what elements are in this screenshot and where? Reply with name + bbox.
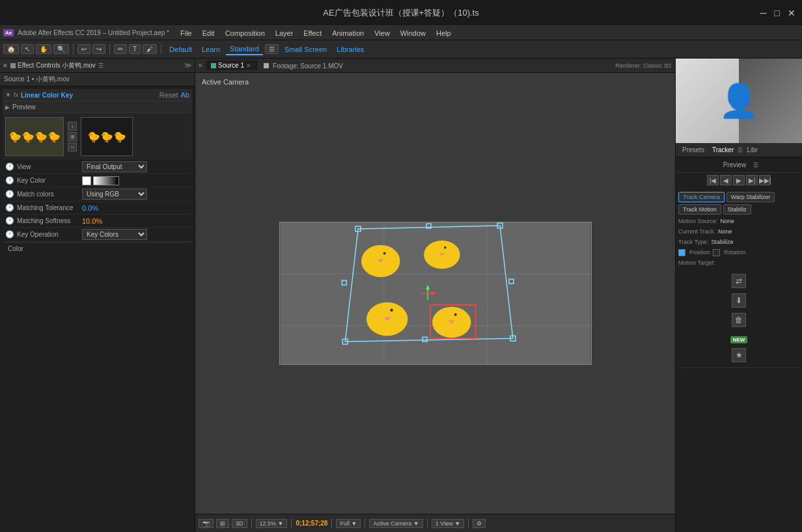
person-icon: 👤 — [719, 82, 759, 120]
close-btn[interactable]: ✕ — [788, 8, 795, 18]
menu-file[interactable]: File — [176, 28, 197, 38]
tolerance-value[interactable]: 0.0% — [82, 204, 98, 212]
home-btn[interactable]: 🏠 — [3, 44, 19, 54]
duck-2 — [424, 241, 460, 269]
tracker-checkboxes: Position Rotation — [678, 248, 799, 257]
menu-animation[interactable]: Animation — [327, 28, 368, 38]
tab-preview[interactable]: Preview — [719, 160, 751, 170]
redo-btn[interactable]: ↪ — [92, 44, 105, 54]
stopwatch-view[interactable]: 🕐 — [5, 163, 14, 171]
position-check[interactable] — [678, 249, 685, 256]
preview-ctrl-3[interactable]: ↔ — [68, 142, 77, 152]
viewer-options[interactable]: ⚙ — [473, 519, 486, 528]
toolbar: 🏠 ↖ ✋ 🔍 ↩ ↪ ✏ T 🖌 Default Learn Standard… — [0, 40, 802, 59]
viewer-ctrl-3d[interactable]: 3D — [232, 519, 247, 528]
keyop-dropdown[interactable]: Key Colors — [82, 229, 147, 240]
viewer-timecode[interactable]: 0;12;57;28 — [296, 520, 327, 527]
view-dropdown[interactable]: Final Output — [82, 161, 147, 172]
fx-enable[interactable]: fx — [14, 92, 18, 98]
motion-target-row: Motion Target: — [678, 258, 799, 267]
color-gradient[interactable] — [93, 176, 119, 185]
viewer-ctrl-snapshot[interactable]: 📷 — [199, 519, 214, 528]
fx-row-tolerance: 🕐 Matching Tolerance 0.0% — [3, 202, 192, 215]
stabilize-btn[interactable]: Stabiliz — [723, 204, 751, 215]
brush-tool[interactable]: 🖌 — [143, 44, 157, 54]
panel-expand[interactable]: ≫ — [184, 61, 192, 70]
viewer-camera[interactable]: Active Camera ▼ — [369, 519, 422, 528]
preview-tracker-tabs: Presets Tracker ☰ Libr — [676, 143, 802, 157]
skip-to-start[interactable]: |◀ — [707, 175, 719, 185]
play-btn[interactable]: ▶ — [733, 175, 745, 185]
workspace-standard[interactable]: Standard — [226, 44, 263, 55]
preview-triangle[interactable]: ▶ — [5, 104, 10, 111]
duck-4 — [432, 307, 471, 338]
fx-reset-btn[interactable]: Reset — [159, 91, 178, 99]
viewer-zoom[interactable]: 12.5% ▼ — [256, 519, 288, 528]
next-frame[interactable]: ▶| — [746, 175, 758, 185]
workspace-default[interactable]: Default — [165, 44, 196, 55]
stopwatch-tolerance[interactable]: 🕐 — [5, 204, 14, 212]
panel-options[interactable]: ☰ — [98, 62, 104, 69]
preview-ctrl-2[interactable]: ⊞ — [68, 132, 77, 141]
stopwatch-match[interactable]: 🕐 — [5, 190, 14, 198]
skip-to-end[interactable]: ▶▶| — [759, 175, 771, 185]
menu-layer[interactable]: Layer — [271, 28, 298, 38]
select-tool[interactable]: ↖ — [21, 44, 34, 54]
viewer-quality[interactable]: Full ▼ — [336, 519, 361, 528]
fx-about-btn[interactable]: Ab — [181, 91, 189, 99]
composition-viewer: Active Camera — [195, 73, 675, 514]
track-camera-btn[interactable]: Track Camera — [678, 192, 725, 202]
hand-tool[interactable]: ✋ — [36, 44, 51, 54]
tab-source1-close[interactable]: ✕ — [246, 62, 251, 69]
tab-presets[interactable]: Presets — [678, 145, 708, 155]
undo-btn[interactable]: ↩ — [77, 44, 90, 54]
preview-ctrl-1[interactable]: ↕ — [68, 122, 77, 131]
match-colors-dropdown[interactable]: Using RGB — [82, 189, 147, 200]
titlebar-controls[interactable]: ─ □ ✕ — [760, 8, 795, 18]
stopwatch-softness[interactable]: 🕐 — [5, 217, 14, 225]
workspace-small-screen[interactable]: Small Screen — [281, 44, 331, 55]
viewer-views[interactable]: 1 View ▼ — [432, 519, 464, 528]
share-icon[interactable]: ⇄ — [732, 274, 746, 288]
workspace-libraries[interactable]: Libraries — [333, 44, 368, 55]
tracker-menu-icon[interactable]: ☰ — [738, 147, 743, 153]
comp-panel-close[interactable]: ✕ — [198, 62, 203, 69]
pen-tool[interactable]: ✏ — [114, 44, 127, 54]
warp-stabilizer-btn[interactable]: Warp Stabilizer — [726, 192, 775, 202]
menu-composition[interactable]: Composition — [221, 28, 270, 38]
panel-close-btn[interactable]: ✕ — [3, 62, 8, 69]
fx-triangle[interactable]: ▼ — [5, 92, 11, 98]
svg-point-19 — [454, 313, 456, 316]
download-icon[interactable]: ⬇ — [732, 293, 746, 308]
renderer-label: Renderer: Classic 3D — [615, 62, 675, 69]
preview-menu[interactable]: ☰ — [753, 162, 758, 168]
rotation-check[interactable] — [713, 249, 720, 256]
workspace-learn[interactable]: Learn — [198, 44, 224, 55]
text-tool[interactable]: T — [129, 44, 141, 54]
viewer-canvas[interactable] — [279, 222, 592, 365]
menu-view[interactable]: View — [370, 28, 394, 38]
track-motion-btn[interactable]: Track Motion — [678, 204, 721, 215]
menu-edit[interactable]: Edit — [198, 28, 219, 38]
zoom-tool[interactable]: 🔍 — [53, 44, 69, 54]
stopwatch-keycolor[interactable]: 🕐 — [5, 176, 14, 185]
effect-controls-tab[interactable]: Effect Controls 小黄鸭.mov — [18, 61, 96, 70]
tab-tracker[interactable]: Tracker — [708, 145, 738, 155]
menu-help[interactable]: Help — [432, 28, 456, 38]
color-swatch[interactable] — [82, 176, 91, 185]
tab-source1[interactable]: Source 1 ✕ — [206, 60, 257, 70]
viewer-ctrl-grid[interactable]: ⊞ — [216, 519, 229, 528]
prev-frame[interactable]: ◀ — [720, 175, 732, 185]
track-type-label: Track Type: — [678, 239, 709, 245]
minimize-btn[interactable]: ─ — [760, 8, 767, 18]
preview-transport-controls: Preview ☰ — [676, 157, 802, 173]
menu-window[interactable]: Window — [396, 28, 430, 38]
menu-effect[interactable]: Effect — [299, 28, 326, 38]
star-icon[interactable]: ★ — [732, 348, 746, 362]
softness-value[interactable]: 10.0% — [82, 217, 102, 225]
maximize-btn[interactable]: □ — [775, 8, 780, 18]
tab-library[interactable]: Libr — [743, 145, 762, 155]
stopwatch-keyop[interactable]: 🕐 — [5, 230, 14, 239]
delete-icon[interactable]: 🗑 — [732, 313, 746, 327]
workspace-menu[interactable]: ☰ — [265, 44, 279, 54]
